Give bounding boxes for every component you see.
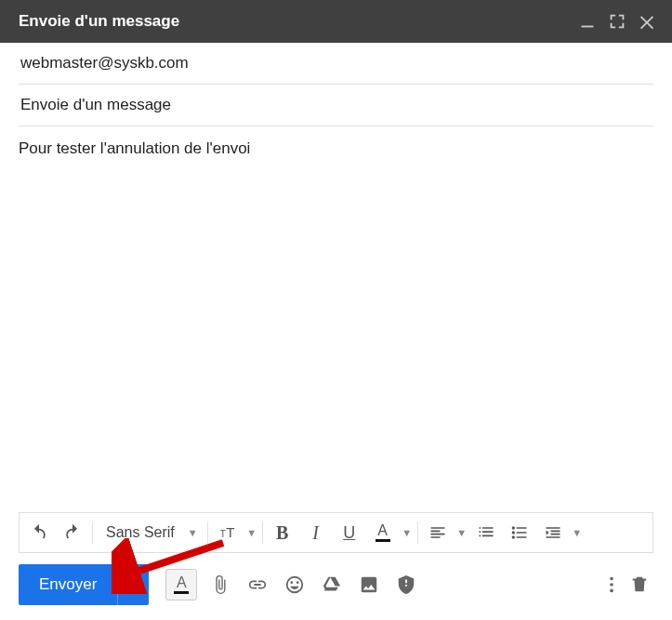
chevron-down-icon: ▼ xyxy=(188,527,198,538)
svg-point-6 xyxy=(610,577,613,581)
svg-point-3 xyxy=(511,526,514,529)
italic-button[interactable]: I xyxy=(300,517,332,548)
delete-draft-icon[interactable] xyxy=(626,571,653,599)
text-color-button[interactable]: A xyxy=(367,517,399,548)
fullscreen-icon[interactable] xyxy=(607,11,627,32)
separator xyxy=(262,521,263,544)
font-size-caret-icon[interactable]: ▼ xyxy=(245,517,258,548)
separator xyxy=(207,521,208,544)
minimize-icon[interactable] xyxy=(577,11,598,32)
insert-drive-icon[interactable] xyxy=(318,571,346,599)
indent-button[interactable] xyxy=(537,517,569,548)
formatting-options-button[interactable]: A xyxy=(165,569,197,600)
underline-button[interactable]: U xyxy=(334,517,365,548)
svg-point-5 xyxy=(511,535,514,538)
separator xyxy=(417,521,418,544)
send-button[interactable]: Envoyer xyxy=(19,564,117,605)
numbered-list-button[interactable] xyxy=(470,517,502,548)
window-controls xyxy=(577,11,657,32)
attach-file-icon[interactable] xyxy=(206,571,234,599)
compose-actions: A xyxy=(165,569,420,600)
redo-icon[interactable] xyxy=(57,517,88,548)
text-color-caret-icon[interactable]: ▼ xyxy=(401,517,414,548)
align-caret-icon[interactable]: ▼ xyxy=(455,517,468,548)
insert-link-icon[interactable] xyxy=(244,571,271,599)
undo-icon[interactable] xyxy=(23,517,55,548)
font-family-select[interactable]: Sans Serif ▼ xyxy=(97,517,204,548)
svg-point-8 xyxy=(610,589,613,593)
formatting-toolbar: Sans Serif ▼ TT ▼ B I U A ▼ ▼ ▼ xyxy=(19,512,653,553)
compose-title: Envoie d'un message xyxy=(19,12,179,31)
svg-text:T: T xyxy=(219,529,225,539)
to-value: webmaster@syskb.com xyxy=(20,54,189,72)
insert-photo-icon[interactable] xyxy=(355,571,383,599)
action-row: Envoyer ▼ A xyxy=(19,564,653,605)
indent-caret-icon[interactable]: ▼ xyxy=(571,517,584,548)
separator xyxy=(92,521,93,544)
svg-text:T: T xyxy=(226,524,234,540)
compose-header: Envoie d'un message xyxy=(0,0,672,43)
message-body[interactable]: Pour tester l'annulation de l'envoi xyxy=(0,126,672,480)
to-field[interactable]: webmaster@syskb.com xyxy=(19,43,653,85)
insert-emoji-icon[interactable] xyxy=(281,571,309,599)
font-family-value: Sans Serif xyxy=(106,524,175,541)
body-text: Pour tester l'annulation de l'envoi xyxy=(19,139,250,157)
chevron-down-icon: ▼ xyxy=(128,579,138,590)
font-size-button[interactable]: TT xyxy=(212,517,244,548)
svg-point-4 xyxy=(511,531,514,534)
format-glyph: A xyxy=(177,575,187,590)
align-button[interactable] xyxy=(422,517,454,548)
bold-button[interactable]: B xyxy=(267,517,298,548)
svg-rect-0 xyxy=(582,26,594,28)
bulleted-list-button[interactable] xyxy=(504,517,535,548)
confidential-mode-icon[interactable] xyxy=(392,571,420,599)
subject-field[interactable]: Envoie d'un message xyxy=(19,85,653,126)
text-color-glyph: A xyxy=(377,523,388,538)
close-icon[interactable] xyxy=(637,11,657,32)
more-options-icon[interactable] xyxy=(598,571,626,599)
subject-value: Envoie d'un message xyxy=(20,96,171,113)
send-more-button[interactable]: ▼ xyxy=(117,564,149,605)
svg-point-7 xyxy=(610,583,613,587)
